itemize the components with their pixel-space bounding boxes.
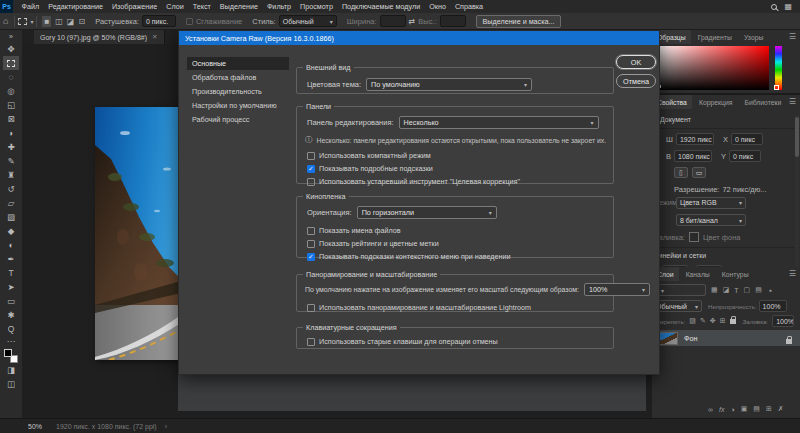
tooltips-checkbox[interactable]: ✓ <box>307 165 315 173</box>
ratings-checkbox[interactable] <box>307 240 315 248</box>
doc-height-input[interactable]: 1080 пикс <box>674 150 712 162</box>
filter-smart-object-icon[interactable]: ▤ <box>755 286 762 294</box>
move-tool[interactable]: ✥ <box>3 42 19 56</box>
selection-subtract-icon[interactable]: ◪ <box>67 17 75 26</box>
layer-row-background[interactable]: Фон <box>652 330 800 346</box>
legacy-undo-checkbox[interactable] <box>307 338 315 346</box>
filenames-checkbox[interactable] <box>307 227 315 235</box>
type-tool[interactable]: T <box>3 266 19 280</box>
lock-transparent-icon[interactable]: ▨ <box>689 317 696 325</box>
menu-edit[interactable]: Редактирование <box>44 0 108 13</box>
pen-tool[interactable]: ✒ <box>3 252 19 266</box>
legacy-undo-row[interactable]: Использовать старые клавиши для операции… <box>307 337 498 346</box>
filter-adjustment-layers-icon[interactable]: ◪ <box>723 286 730 294</box>
chevron-down-icon[interactable]: ▾ <box>30 18 33 25</box>
zoom-level-input[interactable]: 50% <box>28 423 42 430</box>
color-mode-select[interactable]: Цвета RGB ▾ <box>676 197 746 209</box>
selection-intersect-icon[interactable]: ⊡ <box>78 17 85 26</box>
filenames-row[interactable]: Показать имена файлов <box>307 226 400 235</box>
portrait-orientation-button[interactable]: ▯ <box>674 167 688 178</box>
tab-gradients[interactable]: Градиенты <box>693 30 737 44</box>
orientation-select[interactable]: По горизонтали ▾ <box>357 206 497 219</box>
height-input[interactable] <box>440 15 466 27</box>
new-group-icon[interactable]: ▤ <box>753 405 760 413</box>
dodge-tool[interactable]: ◐ <box>3 238 19 252</box>
lasso-tool[interactable]: ◌ <box>3 70 19 84</box>
smoothing-checkbox[interactable] <box>186 18 193 25</box>
swap-dimensions-icon[interactable]: ⇄ <box>409 17 416 26</box>
legacy-tat-checkbox[interactable] <box>307 178 315 186</box>
lightroom-panzoom-checkbox[interactable] <box>307 304 315 312</box>
filter-pixel-layers-icon[interactable]: ▦ <box>711 286 718 294</box>
context-menu-row[interactable]: ✓ Показывать подсказки контекстного меню… <box>307 252 511 261</box>
layer-fx-icon[interactable]: fx <box>719 406 724 413</box>
tab-channels[interactable]: Каналы <box>681 267 715 281</box>
healing-brush-tool[interactable]: ✚ <box>3 140 19 154</box>
foreground-color-chip[interactable] <box>4 349 12 357</box>
path-selection-tool[interactable]: ➤ <box>3 280 19 294</box>
sidebar-item-defaults[interactable]: Настройки по умолчанию <box>187 99 289 112</box>
panel-menu-icon[interactable]: ☰ <box>789 269 796 278</box>
panel-menu-icon[interactable]: ☰ <box>789 97 796 106</box>
tab-adjustments[interactable]: Коррекция <box>694 95 737 109</box>
ratings-row[interactable]: Показать рейтинги и цветные метки <box>307 239 439 248</box>
shape-tool[interactable]: ▭ <box>3 294 19 308</box>
status-arrow-icon[interactable]: › <box>165 423 167 430</box>
eraser-tool[interactable]: ▱ <box>3 196 19 210</box>
quick-mask-icon[interactable]: ◨ <box>3 363 19 377</box>
selection-new-icon[interactable]: ■ <box>42 16 51 27</box>
blur-tool[interactable]: ◆ <box>3 224 19 238</box>
marquee-tool-icon[interactable] <box>18 18 27 25</box>
frame-tool[interactable]: ⊠ <box>3 112 19 126</box>
compact-mode-row[interactable]: Использовать компактный режим <box>307 151 431 160</box>
menu-select[interactable]: Выделение <box>215 0 262 13</box>
landscape-orientation-button[interactable]: ▭ <box>692 167 706 178</box>
lock-all-icon[interactable] <box>730 319 736 324</box>
context-menu-checkbox[interactable]: ✓ <box>307 253 315 261</box>
sidebar-item-file-handling[interactable]: Обработка файлов <box>187 71 289 84</box>
home-icon[interactable]: ⌂ <box>3 16 8 26</box>
rect-marquee-tool[interactable] <box>3 56 19 70</box>
new-layer-icon[interactable]: ⊞ <box>766 405 772 413</box>
tab-paths[interactable]: Контуры <box>717 267 754 281</box>
dialog-title-bar[interactable]: Установки Camera Raw (Версия 16.3.0.1866… <box>179 31 659 45</box>
ok-button[interactable]: OK <box>616 55 656 69</box>
adjustment-layer-icon[interactable]: ◑ <box>730 406 734 413</box>
hue-handle[interactable] <box>774 85 779 90</box>
screen-mode-icon[interactable]: ◫ <box>3 377 19 391</box>
sidebar-item-performance[interactable]: Производительность <box>187 85 289 98</box>
hue-slider[interactable] <box>775 46 782 90</box>
tooltips-row[interactable]: ✓ Показывать подробные подсказки <box>307 164 433 173</box>
feather-input[interactable]: 0 пикс. <box>142 15 176 27</box>
select-and-mask-button[interactable]: Выделение и маска... <box>476 15 562 28</box>
document-tab[interactable]: Gory 10 (97).jpg @ 50% (RGB/8#) ✕ <box>34 30 165 44</box>
color-theme-select[interactable]: По умолчанию ▾ <box>366 78 532 91</box>
opacity-input[interactable]: 100% <box>759 300 787 312</box>
filter-toggle-icon[interactable]: ● <box>769 287 772 293</box>
collapse-toolbar-icon[interactable]: » <box>3 30 19 42</box>
color-chips[interactable] <box>4 349 18 363</box>
canvas-fill-swatch[interactable] <box>689 232 699 242</box>
cancel-button[interactable]: Отмена <box>616 74 656 88</box>
object-selection-tool[interactable]: ◎ <box>3 84 19 98</box>
tab-libraries[interactable]: Библиотеки <box>739 95 786 109</box>
close-icon[interactable]: ✕ <box>152 33 157 41</box>
menu-help[interactable]: Справка <box>450 0 487 13</box>
doc-x-input[interactable]: 0 пикс <box>731 133 763 145</box>
brush-tool[interactable]: ✎ <box>3 154 19 168</box>
doc-width-input[interactable]: 1920 пикс <box>676 133 714 145</box>
layer-filter-select[interactable]: ▾ <box>654 284 706 296</box>
lock-artboard-icon[interactable]: ⊞ <box>720 317 726 325</box>
history-brush-tool[interactable]: ↺ <box>3 182 19 196</box>
style-select[interactable]: Обычный ▾ <box>279 15 337 27</box>
menu-view[interactable]: Просмотр <box>296 0 338 13</box>
lock-position-icon[interactable]: ✥ <box>710 317 716 325</box>
workspace-icon[interactable]: ▦ <box>784 2 792 11</box>
zoom-tool[interactable]: Q <box>3 322 19 336</box>
zoom-behavior-select[interactable]: 100% ▾ <box>584 283 650 296</box>
layer-fill-input[interactable]: 100% <box>772 315 794 327</box>
edit-panel-select[interactable]: Несколько ▾ <box>399 116 599 129</box>
compact-mode-checkbox[interactable] <box>307 152 315 160</box>
doc-y-input[interactable]: 0 пикс <box>729 150 761 162</box>
menu-image[interactable]: Изображение <box>107 0 161 13</box>
